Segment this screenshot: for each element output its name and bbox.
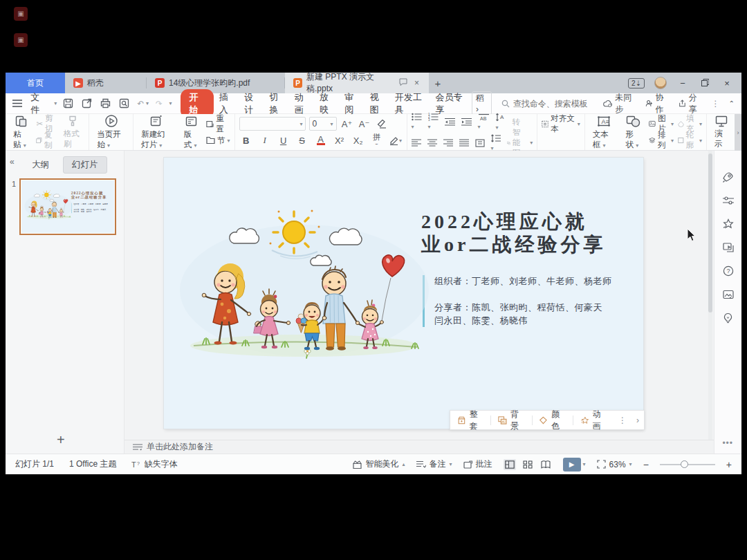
collaborate-button[interactable]: 协作 — [645, 92, 670, 115]
justify-button[interactable] — [459, 139, 469, 147]
decrease-font-button[interactable]: A⁻ — [358, 117, 371, 131]
animation-button[interactable]: 动画 — [573, 411, 614, 429]
section-button[interactable]: 节 ▾ — [206, 133, 230, 147]
line-spacing-button[interactable]: A▾ — [496, 113, 506, 131]
underline-button[interactable]: U — [277, 133, 290, 147]
comments-button[interactable]: 批注 — [463, 458, 492, 470]
missing-font-warning[interactable]: T? 缺失字体 — [131, 458, 177, 470]
slideshow-play-button[interactable]: ▶ — [563, 458, 581, 472]
font-size-select[interactable]: 0▾ — [309, 117, 337, 131]
font-color-button[interactable]: A — [314, 133, 328, 147]
print-preview-icon[interactable] — [118, 97, 130, 109]
panel-expand-handle[interactable]: › — [735, 114, 741, 151]
ribbon-tab-transition[interactable]: 切换 — [265, 90, 288, 118]
media-library-icon[interactable] — [721, 288, 735, 301]
shapes-button[interactable]: 形状 ▾ — [622, 113, 645, 151]
arrange-button[interactable]: 排列 ▾ — [649, 133, 674, 147]
slide-subtitle-block[interactable]: 组织者：丁老师、刘老师、牛老师、杨老师 分享者：陈凯、张昀昀、程荷恬、何豪天 闫… — [423, 275, 637, 327]
ribbon-tab-view[interactable]: 视图 — [366, 90, 389, 118]
play-options-caret[interactable]: ▾ — [583, 461, 586, 467]
zoom-fit-control[interactable]: 63% ▾ — [597, 460, 632, 469]
more-options-icon[interactable]: ⋮ — [712, 99, 720, 109]
increase-indent-button[interactable] — [461, 118, 472, 126]
theme-set-button[interactable]: 整套 — [450, 411, 490, 429]
reading-view-button[interactable] — [540, 459, 552, 470]
reset-button[interactable]: 重置 — [206, 117, 230, 131]
picture-button[interactable]: 图片 ▾ — [649, 117, 674, 131]
share-button[interactable]: 分享 — [679, 92, 703, 115]
command-search[interactable] — [501, 99, 603, 109]
ribbon-tab-design[interactable]: 设计 — [240, 90, 264, 118]
align-center-button[interactable] — [427, 139, 437, 147]
numbering-button[interactable]: 123▾ — [428, 113, 439, 131]
rocket-boost-icon[interactable] — [721, 170, 735, 184]
quick-toolbar-expand-icon[interactable]: › — [631, 416, 644, 425]
slide-canvas[interactable]: 2022心理应心就 业or二战经验分享 组织者：丁老师、刘老师、牛老师、杨老师 … — [164, 158, 643, 429]
highlight-button[interactable]: ▾ — [389, 133, 403, 147]
ribbon-tab-review[interactable]: 审阅 — [340, 90, 364, 118]
present-tools-button[interactable]: 演示 — [711, 113, 732, 151]
quickbar-more-caret[interactable]: ▾ — [169, 100, 172, 106]
outline-button[interactable]: 轮廓 ▾ — [678, 133, 702, 147]
add-slide-button[interactable]: + — [57, 432, 65, 448]
canvas-scrollbar[interactable] — [708, 151, 712, 440]
normal-view-button[interactable] — [504, 459, 516, 470]
help-icon[interactable]: ? — [721, 264, 735, 278]
effects-star-icon[interactable] — [721, 217, 735, 231]
restore-button[interactable] — [699, 78, 711, 88]
paste-button[interactable]: 粘贴 ▾ — [10, 113, 32, 151]
bold-button[interactable]: B — [239, 133, 253, 147]
text-direction-button[interactable]: AB▾ — [478, 113, 490, 131]
textbox-button[interactable]: A≡ 文本框 ▾ — [589, 113, 618, 151]
subscript-button[interactable]: X₂ — [351, 133, 365, 147]
strikethrough-button[interactable]: S — [295, 133, 309, 147]
align-left-button[interactable] — [412, 139, 421, 147]
idea-lamp-icon[interactable] — [721, 311, 735, 325]
copy-button[interactable]: 复制 — [36, 133, 55, 147]
fill-button[interactable]: 填充 ▾ — [678, 117, 702, 131]
italic-button[interactable]: I — [258, 133, 272, 147]
collapse-ribbon-icon[interactable]: ⌃ — [729, 100, 735, 107]
format-painter-button[interactable]: 格式刷 — [60, 113, 85, 151]
play-from-current-button[interactable]: 当页开始 ▾ — [93, 113, 129, 151]
download-manager-icon[interactable]: 2⇣ — [628, 78, 645, 88]
superscript-button[interactable]: X² — [333, 133, 347, 147]
align-text-button[interactable]: 对齐文本 ▾ — [542, 117, 580, 131]
decrease-indent-button[interactable] — [445, 118, 455, 126]
undo-button[interactable]: ↶▾ — [137, 97, 149, 111]
bullets-button[interactable]: ▾ — [412, 113, 422, 131]
notes-bar[interactable]: 单击此处添加备注 — [124, 440, 714, 454]
slide-sorter-view-button[interactable] — [522, 459, 534, 470]
tab-docer[interactable]: ▶ 稻壳 — [65, 73, 147, 93]
paragraph-spacing-button[interactable]: ▾ — [491, 134, 501, 152]
tab-close-icon[interactable]: × — [413, 78, 421, 88]
to-smart-art-button[interactable]: 转智能图形 ▾ — [507, 136, 533, 150]
zoom-out-button[interactable]: − — [643, 459, 649, 470]
minimize-button[interactable]: − — [676, 78, 689, 88]
colors-button[interactable]: 颜色 — [532, 411, 572, 429]
smart-beautify-button[interactable]: 智能美化 ▴ — [352, 458, 405, 470]
slide-thumbnail[interactable]: 2022心理应心就 业or二战经验分享 组织者：丁老师、刘老师、牛老师、杨老师 … — [19, 178, 116, 235]
slideshow-panel-icon[interactable] — [721, 241, 735, 254]
quick-toolbar-more-icon[interactable]: ⋮ — [614, 416, 631, 425]
font-name-select[interactable]: ▾ — [239, 117, 306, 131]
ribbon-tab-animation[interactable]: 动画 — [290, 90, 314, 118]
zoom-slider-knob[interactable] — [681, 460, 688, 468]
hamburger-menu-icon[interactable] — [12, 97, 22, 109]
new-slide-button[interactable]: 新建幻灯片 ▾ — [138, 113, 176, 151]
increase-font-button[interactable]: A⁺ — [340, 117, 354, 131]
align-right-button[interactable] — [443, 139, 453, 147]
search-input[interactable] — [513, 99, 603, 109]
zoom-in-button[interactable]: + — [726, 459, 732, 470]
sidebar-more-icon[interactable]: ••• — [722, 438, 733, 448]
phonetic-guide-button[interactable]: 拼⌣ — [370, 133, 384, 147]
cut-button[interactable]: ✂ 剪切 — [36, 117, 55, 131]
redo-button[interactable]: ↷ — [156, 97, 163, 111]
slide-title[interactable]: 2022心理应心就 业or二战经验分享 — [421, 210, 643, 256]
export-icon[interactable] — [81, 97, 93, 109]
slides-tab[interactable]: 幻灯片 — [63, 156, 107, 174]
print-icon[interactable] — [100, 97, 111, 109]
outline-tab[interactable]: 大纲 — [24, 157, 57, 173]
tab-message-icon[interactable] — [398, 78, 409, 88]
save-icon[interactable] — [62, 97, 74, 109]
